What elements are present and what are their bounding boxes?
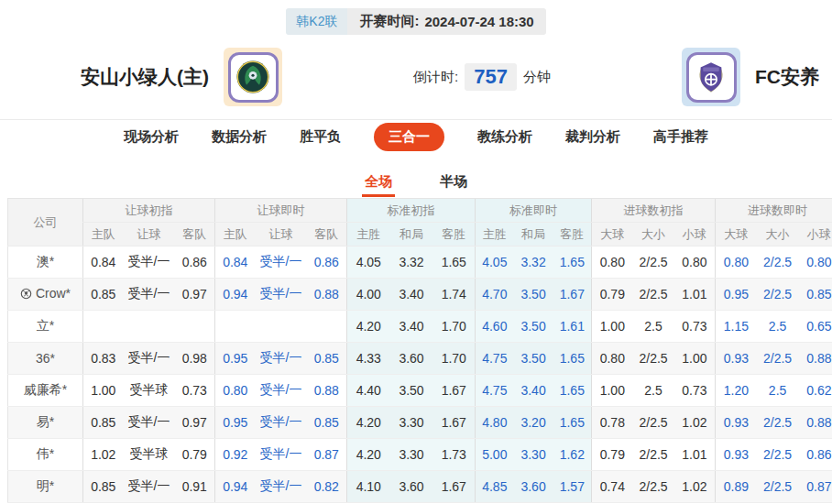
odds-cell: 0.73 [674,311,716,343]
odds-cell: 3.60 [390,343,433,375]
tab-expert-picks[interactable]: 高手推荐 [653,128,708,146]
odds-cell: 3.60 [390,471,433,503]
odds-cell: 3.32 [390,247,433,279]
tab-win-draw-loss[interactable]: 胜平负 [300,128,341,146]
odds-cell: 2.5 [633,311,674,343]
odds-cell: 3.40 [390,279,433,311]
odds-cell: 0.97 [175,279,215,311]
home-logo-emblem-icon [228,52,279,103]
table-row: 伟*1.02受半球0.790.92受半/一0.874.203.301.735.0… [8,439,832,471]
start-time-label: 开赛时间: [359,13,419,30]
odds-cell: 0.86 [799,439,832,471]
odds-cell: 4.33 [347,343,390,375]
company-name: Crow* [36,286,71,301]
odds-cell: 3.30 [390,439,433,471]
company-cell[interactable]: 威廉希* [8,375,83,407]
company-cell[interactable]: 立* [8,311,83,343]
league-badge[interactable]: 韩K2联 [286,8,347,35]
odds-cell: 0.78 [592,407,633,439]
group-header-goals-initial: 进球数初指 [592,199,716,223]
odds-cell: 0.80 [592,343,633,375]
table-row: 立*4.203.401.704.603.501.611.002.50.731.1… [8,311,832,343]
odds-cell: 3.50 [390,375,433,407]
company-cell[interactable]: 36* [8,343,83,375]
odds-cell: 0.88 [799,343,832,375]
subcol-header: 主胜 [347,223,390,247]
odds-cell: 受半/一 [124,471,175,503]
company-name: 36* [36,351,55,366]
odds-cell: 2.5 [633,375,674,407]
company-cell[interactable]: 易* [8,407,83,439]
tab-referee-analysis[interactable]: 裁判分析 [565,128,620,146]
odds-cell: 0.83 [83,343,124,375]
odds-cell [124,311,175,343]
subcol-header: 大球 [592,223,633,247]
company-name: 威廉希* [24,382,67,397]
away-logo-emblem-icon [686,52,737,103]
company-cell[interactable]: 伟* [8,439,83,471]
odds-cell: 1.02 [674,407,716,439]
odds-cell: 0.88 [799,407,832,439]
away-team-name: FC安养 [755,64,819,90]
odds-cell: 0.85 [83,471,124,503]
subtab-full-match[interactable]: 全场 [362,167,395,197]
odds-cell: 0.80 [716,247,757,279]
odds-cell [307,311,347,343]
meta-row: 韩K2联 开赛时间: 2024-07-24 18:30 [0,0,832,35]
odds-cell: 1.70 [433,311,476,343]
odds-cell: 4.05 [347,247,390,279]
odds-cell: 受半球 [124,375,175,407]
company-cell[interactable]: 明* [8,471,83,503]
tab-live-analysis[interactable]: 现场分析 [124,128,179,146]
odds-cell: 3.50 [514,311,553,343]
home-team-name: 安山小绿人(主) [81,64,209,90]
match-header: 韩K2联 开赛时间: 2024-07-24 18:30 安山小绿人(主) [0,0,832,119]
odds-cell: 0.88 [307,279,347,311]
odds-cell: 0.73 [674,375,716,407]
tab-coach-analysis[interactable]: 教练分析 [477,128,532,146]
odds-cell: 3.30 [390,407,433,439]
odds-cell: 5.00 [476,439,514,471]
subcol-header: 客胜 [433,223,476,247]
subtab-half-match[interactable]: 半场 [437,167,470,197]
odds-cell: 3.60 [514,471,553,503]
odds-cell: 2/2.5 [757,471,799,503]
odds-table: 公司 让球初指 让球即时 标准初指 标准即时 进球数初指 进球数即时 主队 让球… [7,198,832,503]
company-cell[interactable]: Crow* [8,279,83,311]
odds-cell: 1.65 [433,247,476,279]
odds-cell: 1.61 [553,311,592,343]
odds-cell: 4.20 [347,439,390,471]
odds-cell: 2/2.5 [757,343,799,375]
group-header-standard-initial: 标准初指 [347,199,476,223]
odds-cell [83,311,124,343]
table-row: 威廉希*1.00受半球0.730.80受半/一0.884.403.501.674… [8,375,832,407]
odds-cell: 受半/一 [124,343,175,375]
table-row: 明*0.85受半/一0.910.94受半/一0.824.103.601.674.… [8,471,832,503]
odds-cell: 0.85 [307,407,347,439]
odds-cell: 2/2.5 [633,247,674,279]
odds-cell: 受半/一 [124,247,175,279]
odds-cell: 2/2.5 [633,343,674,375]
home-team-block[interactable]: 安山小绿人(主) [81,48,282,106]
company-cell[interactable]: 澳* [8,247,83,279]
start-time-value: 2024-07-24 18:30 [424,14,533,29]
odds-cell: 0.93 [716,439,757,471]
odds-cell: 4.05 [476,247,514,279]
odds-cell: 3.32 [514,247,553,279]
odds-cell: 1.67 [433,407,476,439]
odds-cell: 2/2.5 [757,439,799,471]
away-team-block[interactable]: FC安养 [682,48,819,106]
odds-table-body: 澳*0.84受半/一0.860.84受半/一0.864.053.321.654.… [8,247,832,503]
odds-cell: 1.67 [553,279,592,311]
subcol-header: 客队 [307,223,347,247]
odds-cell: 1.57 [553,471,592,503]
tab-data-analysis[interactable]: 数据分析 [212,128,267,146]
content-area: 全场 半场 公司 让球初指 让球即时 [0,165,832,504]
tab-three-in-one[interactable]: 三合一 [374,123,444,151]
odds-cell: 0.65 [799,311,832,343]
odds-cell: 0.79 [592,279,633,311]
odds-cell: 0.85 [83,279,124,311]
subcol-header: 主队 [215,223,256,247]
company-name: 伟* [37,446,54,461]
odds-cell: 0.84 [215,247,256,279]
